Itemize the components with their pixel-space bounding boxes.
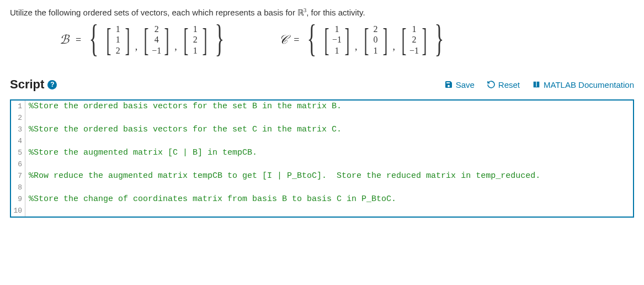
code-line[interactable]: 7%Row reduce the augmented matrix tempCB…	[11, 170, 633, 182]
toolbar: Save Reset MATLAB Documentation	[444, 80, 634, 89]
line-number: 7	[11, 170, 25, 182]
reset-label: Reset	[498, 80, 520, 89]
code-line[interactable]: 2	[11, 112, 633, 124]
basis-B-vectors: [112], [24−1], [121]	[103, 24, 210, 56]
book-icon	[532, 80, 541, 89]
code-text[interactable]	[25, 135, 29, 147]
reset-button[interactable]: Reset	[487, 80, 520, 89]
basis-B: ℬ = { [112], [24−1], [121] }	[60, 23, 228, 56]
line-number: 5	[11, 147, 25, 159]
line-number: 2	[11, 112, 25, 124]
code-line[interactable]: 5%Store the augmented matrix [C | B] in …	[11, 147, 633, 159]
line-number: 6	[11, 159, 25, 170]
code-line[interactable]: 3%Store the ordered basis vectors for th…	[11, 124, 633, 135]
vector: [1−11]	[321, 24, 353, 56]
code-text[interactable]: %Store the augmented matrix [C | B] in t…	[25, 147, 257, 159]
equals: =	[294, 34, 299, 46]
line-number: 8	[11, 182, 25, 193]
line-number: 1	[11, 101, 25, 112]
basis-B-name: ℬ	[60, 33, 69, 47]
code-text[interactable]: %Store the ordered basis vectors for the…	[25, 124, 342, 135]
line-number: 9	[11, 193, 25, 205]
reset-icon	[487, 80, 496, 89]
vector: [121]	[180, 24, 210, 56]
basis-C: 𝒞 = { [1−11], [201], [12−1] }	[278, 23, 448, 56]
code-text[interactable]	[25, 182, 29, 193]
code-text[interactable]: %Store the ordered basis vectors for the…	[25, 101, 342, 112]
code-text[interactable]	[25, 112, 29, 124]
code-line[interactable]: 6	[11, 159, 633, 170]
script-title: Script	[10, 77, 44, 92]
save-button[interactable]: Save	[444, 80, 475, 89]
code-line[interactable]: 9%Store the change of coordinates matrix…	[11, 193, 633, 205]
space-symbol: ℝ3	[297, 8, 306, 17]
code-line[interactable]: 10	[11, 205, 633, 217]
docs-button[interactable]: MATLAB Documentation	[532, 80, 634, 89]
intro-suffix: , for this activity.	[306, 8, 365, 17]
vector: [24−1]	[141, 24, 172, 56]
code-line[interactable]: 1%Store the ordered basis vectors for th…	[11, 101, 633, 112]
vector: [12−1]	[398, 24, 430, 56]
code-text[interactable]	[25, 205, 29, 217]
brace-right: }	[215, 22, 224, 55]
basis-C-name: 𝒞	[278, 33, 287, 47]
basis-C-vectors: [1−11], [201], [12−1]	[321, 24, 430, 56]
docs-label: MATLAB Documentation	[544, 80, 634, 89]
intro-prefix: Utilize the following ordered sets of ve…	[10, 8, 297, 17]
equals: =	[76, 34, 81, 46]
vector: [112]	[103, 24, 133, 56]
line-number: 10	[11, 205, 25, 217]
save-icon	[444, 80, 453, 89]
brace-left: {	[307, 22, 317, 55]
brace-right: }	[434, 22, 444, 55]
help-icon[interactable]: ?	[47, 80, 57, 89]
code-line[interactable]: 4	[11, 135, 633, 147]
intro-text: Utilize the following ordered sets of ve…	[10, 7, 634, 19]
brace-left: {	[89, 22, 99, 55]
vector: [201]	[361, 24, 391, 56]
code-text[interactable]	[25, 159, 29, 170]
save-label: Save	[456, 80, 475, 89]
code-editor[interactable]: 1%Store the ordered basis vectors for th…	[10, 99, 634, 218]
code-text[interactable]: %Row reduce the augmented matrix tempCB …	[25, 170, 540, 182]
script-header: Script ? Save Reset MATLAB Documentation	[10, 77, 634, 92]
line-number: 3	[11, 124, 25, 135]
line-number: 4	[11, 135, 25, 147]
bases-row: ℬ = { [112], [24−1], [121] } 𝒞 = { [1−11…	[60, 23, 634, 56]
code-line[interactable]: 8	[11, 182, 633, 193]
code-text[interactable]: %Store the change of coordinates matrix …	[25, 193, 396, 205]
